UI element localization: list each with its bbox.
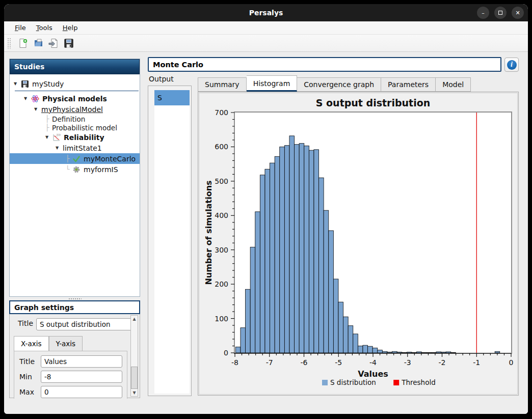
studies-panel-header: Studies (10, 59, 140, 74)
study-tree: ▼myStudy▼Physical models▼myPhysicalModel… (10, 74, 140, 175)
new-study-button[interactable] (15, 36, 31, 50)
menu-tools[interactable]: Tools (32, 22, 57, 33)
tree-item-label: myStudy (32, 80, 64, 88)
info-icon: i (507, 60, 517, 70)
app-window: Persalys –✕ FileToolsHelp Studies ▼myStu… (4, 4, 528, 414)
import-script-button[interactable] (46, 36, 61, 50)
tree-item-definition[interactable]: ├Definition (10, 115, 140, 123)
tab-content-frame: -8-7-6-5-4-3-2-100100200300400500600700S… (198, 92, 519, 396)
svg-text:-1: -1 (473, 358, 480, 367)
axis-field-input-min[interactable] (41, 371, 122, 383)
minimize-button[interactable]: – (477, 7, 489, 19)
output-list: S (148, 86, 192, 396)
open-study-icon (33, 38, 43, 48)
axis-tab-y-axis[interactable]: Y-axis (49, 336, 83, 352)
graph-settings-title: Graph settings (14, 303, 74, 312)
svg-text:-5: -5 (335, 358, 342, 367)
svg-text:0: 0 (224, 349, 228, 357)
tree-item-label: Definition (52, 115, 85, 123)
svg-text:Threshold: Threshold (401, 378, 436, 386)
tree-item-mystudy[interactable]: ▼myStudy (10, 78, 140, 89)
tab-histogram[interactable]: Histogram (247, 75, 298, 92)
svg-text:100: 100 (215, 315, 228, 323)
title-bar: Persalys –✕ (4, 4, 528, 21)
tree-item-label: myformIS (84, 165, 118, 174)
svg-text:-3: -3 (404, 358, 411, 367)
analysis-name-field[interactable]: Monte Carlo (148, 57, 501, 72)
chart-title-label: Title (18, 319, 33, 327)
save-button[interactable] (61, 36, 76, 50)
tree-item-limitstate1[interactable]: ▼limitState1 (10, 143, 140, 153)
output-item-s[interactable]: S (154, 90, 190, 105)
chart-title-input[interactable] (36, 318, 133, 330)
output-list-inner: S (154, 90, 190, 394)
result-tabs: SummaryHistogramConvergence graphParamet… (198, 76, 471, 92)
scrollbar-thumb[interactable] (131, 367, 138, 389)
expand-arrow-icon[interactable]: ▼ (34, 107, 41, 111)
svg-text:-4: -4 (369, 358, 377, 367)
tree-item-myformis[interactable]: └myformIS (10, 164, 140, 175)
tree-item-mymontecarlo[interactable]: ├myMonteCarlo (10, 153, 140, 164)
tree-item-label: Reliability (64, 133, 104, 142)
tree-item-probabilistic-model[interactable]: ├Probabilistic model (10, 123, 140, 132)
check-icon (72, 155, 81, 163)
axis-tab-x-axis[interactable]: X-axis (14, 336, 49, 352)
atom-icon (31, 95, 40, 103)
save-icon (64, 38, 74, 48)
close-button[interactable]: ✕ (512, 7, 524, 19)
axis-field-label-title: Title (19, 357, 35, 366)
menu-bar: FileToolsHelp (4, 21, 528, 35)
axis-settings-group: TitleMinMax (14, 351, 127, 399)
axis-field-input-max[interactable] (41, 386, 122, 398)
graph-settings-scrollbar[interactable]: ▲ ▼ (130, 315, 138, 397)
studies-panel: Studies ▼myStudy▼Physical models▼myPhysi… (9, 59, 140, 297)
save-icon (21, 80, 30, 88)
menu-file[interactable]: File (10, 22, 31, 33)
svg-text:S distribution: S distribution (330, 378, 376, 386)
new-study-icon (18, 38, 28, 48)
scroll-up-icon[interactable]: ▲ (131, 316, 138, 322)
tab-parameters[interactable]: Parameters (381, 77, 436, 92)
tree-item-physical-models[interactable]: ▼Physical models (10, 93, 140, 104)
info-button[interactable]: i (504, 58, 519, 72)
axis-field-label-max: Max (19, 388, 34, 396)
maximize-button[interactable] (494, 7, 507, 19)
open-study-button[interactable] (31, 36, 46, 50)
expand-arrow-icon[interactable]: ▼ (14, 81, 21, 86)
graph-settings-panel: Graph settings Title X-axisY-axis TitleM… (9, 300, 140, 398)
tree-item-label: myPhysicalModel (41, 105, 103, 114)
svg-text:-2: -2 (439, 358, 446, 367)
reliability-chart-icon: G=0 (52, 133, 61, 142)
svg-text:700: 700 (215, 108, 228, 117)
svg-text:-8: -8 (231, 358, 238, 367)
expand-arrow-icon[interactable]: ▼ (56, 146, 63, 150)
output-label: Output (149, 75, 174, 83)
window-title: Persalys (249, 9, 283, 17)
svg-text:200: 200 (215, 280, 228, 288)
histogram-svg: -8-7-6-5-4-3-2-100100200300400500600700S… (199, 93, 518, 395)
svg-text:G=0: G=0 (57, 134, 61, 136)
svg-text:0: 0 (509, 358, 514, 367)
axis-field-input-title[interactable] (41, 355, 122, 368)
tree-branch-line: ├ (66, 155, 72, 162)
tab-convergence-graph[interactable]: Convergence graph (297, 77, 381, 92)
scroll-down-icon[interactable]: ▼ (131, 389, 138, 396)
graph-settings-body: Title X-axisY-axis TitleMinMax ▲ ▼ (9, 314, 140, 398)
tree-item-myphysicalmodel[interactable]: ▼myPhysicalModel (10, 104, 140, 115)
svg-text:400: 400 (215, 211, 228, 219)
svg-text:300: 300 (215, 246, 228, 254)
menu-help[interactable]: Help (58, 22, 83, 33)
expand-arrow-icon[interactable]: ▼ (24, 96, 31, 101)
tab-model[interactable]: Model (436, 77, 471, 92)
main-area: Studies ▼myStudy▼Physical models▼myPhysi… (4, 52, 528, 414)
tree-item-reliability[interactable]: ▼G=0Reliability (10, 132, 140, 143)
graph-settings-header: Graph settings (9, 300, 140, 314)
tree-item-label: myMonteCarlo (84, 155, 136, 163)
tab-summary[interactable]: Summary (198, 77, 247, 92)
svg-text:S output distribution: S output distribution (316, 97, 430, 108)
svg-text:600: 600 (215, 143, 228, 151)
expand-arrow-icon[interactable]: ▼ (45, 135, 52, 139)
svg-text:500: 500 (215, 177, 228, 185)
tree-item-label: Probabilistic model (52, 124, 117, 132)
toolbar-drag-handle[interactable] (7, 38, 11, 49)
